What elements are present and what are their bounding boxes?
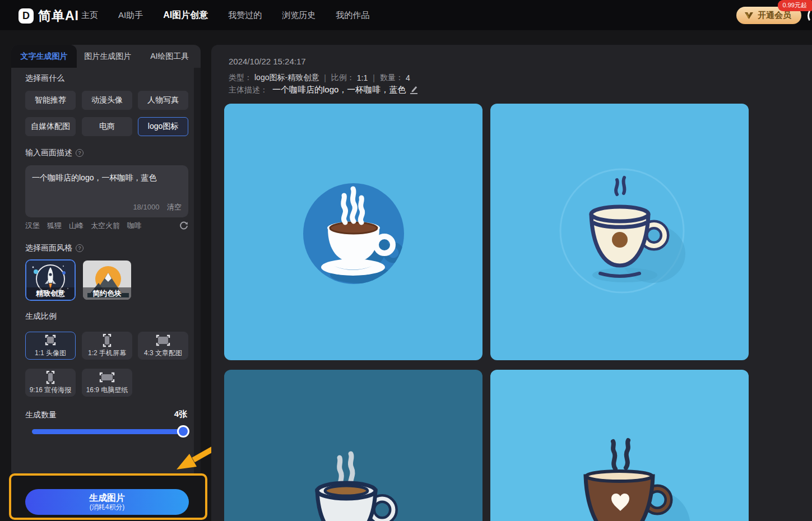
ratio-option-16-9[interactable]: 16:9 电脑壁纸 [82,369,132,397]
results-panel: 2024/10/22 15:24:17 类型： logo图标-精致创意 | 比例… [211,45,812,521]
prompt-text-value: 一个咖啡店的logo，一杯咖啡，蓝色 [32,172,182,184]
vip-crown-icon [744,12,754,20]
nav-item-liked[interactable]: 我赞过的 [228,10,262,21]
top-navbar: D 简单AI 主页 AI助手 AI图片创意 我赞过的 浏览历史 我的作品 开通会… [0,0,812,30]
subject-option-logo-icon[interactable]: logo图标 [138,117,188,136]
tab-ai-drawing-tools[interactable]: AI绘图工具 [139,45,201,68]
separator: | [373,73,375,82]
style-option-fine-creative[interactable]: 精致创意 [25,259,76,301]
vip-price-badge: 0.99元起 [778,0,812,11]
tab-text-to-image[interactable]: 文字生成图片 [11,45,77,68]
description-label: 主体描述： [229,85,268,95]
nav-item-ai-assistant[interactable]: AI助手 [118,10,143,21]
count-value: 4张 [174,409,187,420]
generated-image-4[interactable] [490,370,749,521]
description-value: 一个咖啡店的logo，一杯咖啡，蓝色 [272,85,406,95]
count-value: 4 [406,73,410,82]
prompt-section-title-text: 输入画面描述 [25,148,72,158]
ratio-option-1-2[interactable]: 1:2 手机屏幕 [82,332,132,360]
ratio-option-label: 1:1 头像图 [35,348,66,358]
refresh-suggestions-icon[interactable] [179,221,188,230]
coffee-logo-flat-circle [224,104,482,360]
logo-icon: D [18,8,34,24]
tab-image-to-image[interactable]: 图片生成图片 [77,45,139,68]
help-icon[interactable]: ? [76,149,83,157]
edit-description-icon[interactable] [410,86,417,94]
subject-section-title: 选择画什么 [25,73,64,83]
help-icon[interactable]: ? [76,244,83,252]
separator: | [324,73,326,82]
nav-item-my-works[interactable]: 我的作品 [336,10,369,21]
count-slider[interactable] [32,429,183,434]
sidebar-scrollbar[interactable] [194,68,201,473]
clear-prompt-button[interactable]: 清空 [167,203,182,211]
main-navigation: 主页 AI助手 AI图片创意 我赞过的 浏览历史 我的作品 [81,0,369,30]
sidebar-tabs: 文字生成图片 图片生成图片 AI绘图工具 [11,45,201,68]
subject-option-anime-avatar[interactable]: 动漫头像 [82,91,132,110]
ratio-option-1-1[interactable]: 1:1 头像图 [25,332,76,360]
count-section-title: 生成数量 [25,410,57,420]
suggestion-tag-mountain[interactable]: 山峰 [69,221,83,231]
ratio-option-label: 16:9 电脑壁纸 [86,385,128,395]
ratio-9-16-icon [42,371,59,384]
style-section-title: 选择画面风格 ? [25,243,83,253]
prompt-section-title: 输入画面描述 ? [25,148,83,158]
slider-handle[interactable] [177,425,189,438]
style-option-label: 精致创意 [26,287,75,300]
ratio-4-3-icon [155,334,171,347]
ratio-option-label: 1:2 手机屏幕 [88,348,126,358]
type-value: logo图标-精致创意 [254,73,319,83]
ratio-1-1-icon [42,334,59,347]
generated-image-1[interactable] [224,104,482,360]
nav-item-history[interactable]: 浏览历史 [282,10,315,21]
coffee-logo-heart-cup [490,370,749,521]
ratio-1-2-icon [99,334,115,347]
prompt-footer: 18/1000 清空 [133,202,182,212]
ratio-16-9-icon [99,371,115,384]
style-option-simple-blocks[interactable]: 简约色块 [82,259,132,301]
ratio-option-9-16[interactable]: 9:16 宣传海报 [25,369,76,397]
generated-image-2[interactable] [490,104,749,360]
ratio-option-4-3[interactable]: 4:3 文章配图 [138,332,188,360]
logo-text: 简单AI [38,7,79,25]
app-logo[interactable]: D 简单AI [18,7,79,25]
ratio-section-title: 生成比例 [25,311,57,322]
generate-image-button[interactable]: 生成图片 (消耗4积分) [25,489,189,515]
ratio-value: 1:1 [357,73,368,82]
ratio-label: 比例： [331,73,355,83]
generation-timestamp: 2024/10/22 15:24:17 [229,57,306,66]
generated-image-3[interactable] [224,370,482,521]
generation-meta: 类型： logo图标-精致创意 | 比例： 1:1 | 数量： 4 [229,73,410,83]
ratio-option-label: 9:16 宣传海报 [30,385,72,395]
suggestion-tag-coffee[interactable]: 咖啡 [127,221,142,231]
subject-option-portrait[interactable]: 人物写真 [138,91,188,110]
suggestion-tag-fox[interactable]: 狐狸 [47,221,62,231]
subject-description: 主体描述： 一个咖啡店的logo，一杯咖啡，蓝色 [229,85,417,95]
style-option-label: 简约色块 [83,287,131,300]
subject-option-smart-recommend[interactable]: 智能推荐 [25,91,76,110]
style-section-title-text: 选择画面风格 [25,243,72,253]
prompt-input[interactable]: 一个咖啡店的logo，一杯咖啡，蓝色 18/1000 清空 [25,165,188,217]
type-label: 类型： [229,73,252,83]
generate-button-cost: (消耗4积分) [90,503,125,511]
generate-button-label: 生成图片 [89,493,125,503]
generation-settings-panel: 文字生成图片 图片生成图片 AI绘图工具 选择画什么 智能推荐 动漫头像 人物写… [11,45,201,473]
char-counter: 18/1000 [133,203,159,211]
prompt-suggestions: 汉堡 狐狸 山峰 太空火箭 咖啡 [25,221,188,231]
nav-item-ai-image-creation[interactable]: AI图片创意 [163,10,208,21]
subject-option-ecommerce[interactable]: 电商 [82,117,132,136]
app-window: D 简单AI 主页 AI助手 AI图片创意 我赞过的 浏览历史 我的作品 开通会… [0,0,812,521]
suggestion-tag-burger[interactable]: 汉堡 [25,221,40,231]
partially-visible-element [808,9,812,22]
coffee-logo-teal [224,370,482,521]
coffee-logo-outline-cup [490,104,749,360]
count-label: 数量： [380,73,403,83]
ratio-option-label: 4:3 文章配图 [144,348,182,358]
subject-option-media-illustration[interactable]: 自媒体配图 [25,117,76,136]
vip-button-label: 开通会员 [758,10,791,21]
suggestion-tag-rocket[interactable]: 太空火箭 [91,221,120,231]
nav-item-home[interactable]: 主页 [81,10,98,21]
